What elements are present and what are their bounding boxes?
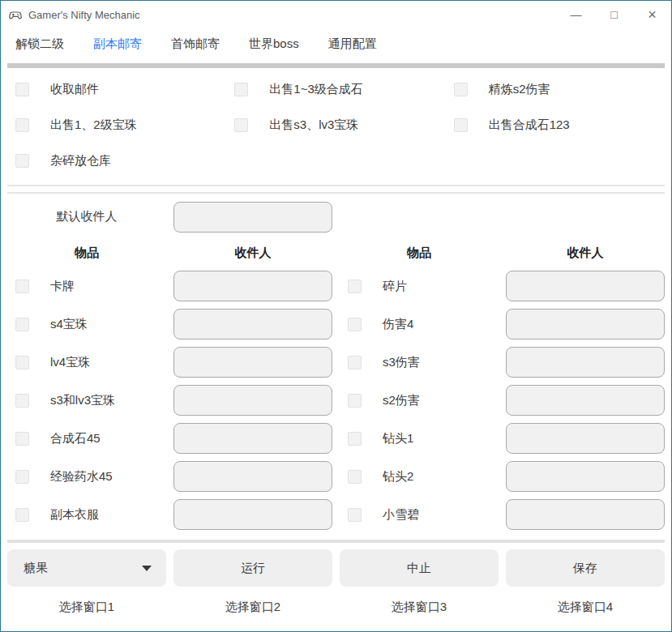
window-select-value: 糖果 — [24, 561, 48, 576]
close-icon[interactable]: × — [633, 1, 671, 28]
item-checkbox[interactable] — [348, 318, 362, 331]
item-label: s3伤害 — [383, 355, 420, 370]
option-sell-gem-1-2: 出售1、2级宝珠 — [7, 107, 226, 143]
header-recipient-right: 收件人 — [506, 246, 665, 261]
item-checkbox[interactable] — [348, 508, 362, 522]
tab-bar: 解锁二级 副本邮寄 首饰邮寄 世界boss 通用配置 — [1, 28, 671, 63]
item-checkbox[interactable] — [15, 432, 29, 446]
window-controls: — □ × — [557, 1, 671, 28]
window-title: Gamer's Nifty Mechanic — [28, 9, 140, 21]
gamepad-icon — [9, 8, 22, 21]
checkbox[interactable] — [454, 118, 468, 132]
titlebar: Gamer's Nifty Mechanic — □ × — [1, 1, 671, 28]
select-window-1[interactable]: 选择窗口1 — [7, 600, 166, 615]
recipient-input[interactable] — [173, 271, 332, 301]
item-checkbox[interactable] — [348, 432, 362, 446]
abort-button[interactable]: 中止 — [340, 549, 499, 587]
header-item-left: 物品 — [7, 246, 166, 261]
items-grid: 卡牌 碎片 s4宝珠 伤害4 lv4宝珠 s3伤害 s3和 — [1, 261, 671, 530]
tab-jewelry-mail[interactable]: 首饰邮寄 — [171, 36, 220, 52]
item-checkbox[interactable] — [15, 280, 29, 293]
default-recipient-label: 默认收件人 — [7, 202, 166, 231]
item-checkbox[interactable] — [15, 470, 29, 484]
item-row-s2-damage: s2伤害 — [340, 385, 499, 416]
item-label: s2伤害 — [383, 393, 420, 408]
recipient-input[interactable] — [506, 499, 665, 530]
recipient-input[interactable] — [506, 271, 665, 301]
recipient-input[interactable] — [173, 347, 332, 378]
recipient-input[interactable] — [173, 309, 332, 339]
item-row-drill2: 钻头2 — [340, 461, 499, 492]
header-item-right: 物品 — [340, 246, 499, 261]
checkbox[interactable] — [454, 83, 468, 96]
select-window-2[interactable]: 选择窗口2 — [173, 600, 332, 615]
option-sell-s3-lv3-gem: 出售s3、lv3宝珠 — [226, 107, 445, 143]
item-row-card: 卡牌 — [7, 271, 166, 301]
item-row-little-sprite: 小雪碧 — [340, 499, 499, 530]
option-label: 出售s3、lv3宝珠 — [269, 117, 358, 133]
footer-separator — [7, 540, 665, 543]
tab-dungeon-mail[interactable]: 副本邮寄 — [93, 36, 142, 52]
recipient-input[interactable] — [173, 385, 332, 416]
item-checkbox[interactable] — [15, 356, 29, 369]
tab-general-config[interactable]: 通用配置 — [328, 36, 377, 52]
item-label: s4宝珠 — [50, 317, 88, 332]
app-window: Gamer's Nifty Mechanic — □ × 解锁二级 副本邮寄 首… — [0, 0, 672, 632]
select-window-4[interactable]: 选择窗口4 — [506, 600, 665, 615]
recipient-input[interactable] — [173, 461, 332, 492]
item-label: 钻头1 — [383, 431, 413, 446]
option-label: 出售1、2级宝珠 — [50, 117, 137, 133]
item-checkbox[interactable] — [15, 318, 29, 331]
item-row-drill1: 钻头1 — [340, 423, 499, 454]
item-label: 小雪碧 — [383, 507, 419, 523]
run-button[interactable]: 运行 — [173, 549, 332, 587]
item-label: 经验药水45 — [50, 469, 113, 485]
item-label: lv4宝珠 — [50, 355, 90, 370]
recipient-input[interactable] — [173, 499, 332, 530]
item-checkbox[interactable] — [15, 394, 29, 408]
checkbox[interactable] — [15, 154, 29, 168]
item-checkbox[interactable] — [348, 394, 362, 408]
checkbox[interactable] — [15, 83, 29, 96]
footer-controls: 糖果 运行 中止 保存 — [1, 549, 671, 587]
item-label: 伤害4 — [383, 317, 413, 332]
recipient-input[interactable] — [173, 423, 332, 454]
column-headers: 物品 收件人 物品 收件人 — [1, 233, 671, 261]
option-junk-to-warehouse: 杂碎放仓库 — [7, 143, 226, 178]
item-checkbox[interactable] — [348, 280, 362, 293]
item-row-s3-damage: s3伤害 — [340, 347, 499, 378]
select-window-3[interactable]: 选择窗口3 — [340, 600, 499, 615]
recipient-input[interactable] — [506, 385, 665, 416]
item-label: 副本衣服 — [50, 507, 99, 523]
item-checkbox[interactable] — [348, 356, 362, 369]
save-button[interactable]: 保存 — [506, 549, 665, 587]
checkbox[interactable] — [15, 118, 29, 132]
recipient-input[interactable] — [506, 423, 665, 454]
recipient-input[interactable] — [506, 309, 665, 339]
recipient-input[interactable] — [506, 347, 665, 378]
item-checkbox[interactable] — [15, 508, 29, 522]
tab-unlock-level2[interactable]: 解锁二级 — [15, 36, 64, 52]
item-label: s3和lv3宝珠 — [50, 393, 115, 408]
item-label: 碎片 — [383, 279, 407, 294]
item-label: 合成石45 — [50, 431, 101, 446]
maximize-icon[interactable]: □ — [595, 1, 633, 28]
option-label: 出售合成石123 — [489, 117, 570, 133]
option-label: 出售1~3级合成石 — [269, 82, 362, 97]
item-row-fragment: 碎片 — [340, 271, 499, 301]
tab-world-boss[interactable]: 世界boss — [249, 36, 299, 52]
checkbox[interactable] — [234, 118, 248, 132]
option-collect-mail: 收取邮件 — [7, 71, 226, 107]
minimize-icon[interactable]: — — [557, 1, 595, 28]
section-separator — [7, 185, 665, 194]
chevron-down-icon — [142, 566, 152, 571]
select-window-row: 选择窗口1 选择窗口2 选择窗口3 选择窗口4 — [1, 587, 671, 615]
option-sell-synth-stone-1-3: 出售1~3级合成石 — [226, 71, 445, 107]
item-checkbox[interactable] — [348, 470, 362, 484]
header-recipient-left: 收件人 — [173, 246, 332, 261]
checkbox[interactable] — [234, 83, 248, 96]
option-label: 杂碎放仓库 — [50, 153, 111, 169]
window-select-dropdown[interactable]: 糖果 — [7, 549, 166, 587]
recipient-input[interactable] — [506, 461, 665, 492]
default-recipient-input[interactable] — [173, 202, 332, 233]
